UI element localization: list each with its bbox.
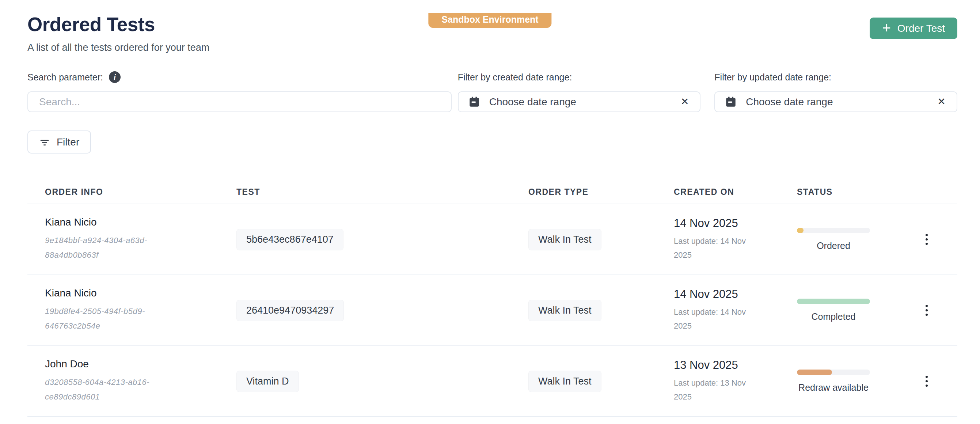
created-on-cell: 14 Nov 2025 Last update: 14 Nov 2025	[674, 217, 797, 262]
column-header-test: TEST	[236, 187, 528, 197]
order-info-cell: Kiana Nicio 19bd8fe4-2505-494f-b5d9-6467…	[45, 287, 236, 333]
created-date: 13 Nov 2025	[674, 359, 797, 372]
kebab-menu-button[interactable]	[923, 302, 931, 319]
clear-updated-date-icon[interactable]: ✕	[936, 96, 947, 108]
created-date-filter-group: Filter by created date range: Choose dat…	[458, 71, 701, 112]
created-date-range-value: Choose date range	[489, 96, 576, 108]
status-progress-bar	[797, 299, 870, 304]
filters-row: Search parameter: i Filter by created da…	[27, 71, 957, 112]
kebab-menu-button[interactable]	[923, 373, 931, 390]
filter-button[interactable]: Filter	[27, 131, 91, 153]
order-id: 19bd8fe4-2505-494f-b5d9-646763c2b54e	[45, 304, 165, 333]
page-title: Ordered Tests	[27, 13, 209, 35]
actions-cell	[907, 302, 957, 319]
filter-lines-icon	[39, 137, 50, 148]
sandbox-environment-badge: Sandbox Environment	[428, 13, 551, 28]
test-badge: Vitamin D	[236, 371, 299, 392]
created-date-label-row: Filter by created date range:	[458, 71, 701, 83]
kebab-menu-button[interactable]	[923, 231, 931, 248]
updated-date-range-input[interactable]: Choose date range ✕	[714, 91, 957, 112]
column-header-status: STATUS	[797, 187, 907, 197]
created-on-cell: 13 Nov 2025 Last update: 13 Nov 2025	[674, 359, 797, 404]
status-label: Redraw available	[799, 383, 869, 393]
column-header-order-type: ORDER TYPE	[528, 187, 674, 197]
filter-button-label: Filter	[57, 136, 79, 148]
calendar-icon	[725, 96, 737, 108]
plus-icon: +	[882, 21, 891, 35]
updated-date-filter-group: Filter by updated date range: Choose dat…	[714, 71, 957, 112]
actions-cell	[907, 373, 957, 390]
order-type-cell: Walk In Test	[528, 229, 674, 250]
created-date: 14 Nov 2025	[674, 217, 797, 230]
table-header-row: ORDER INFO TEST ORDER TYPE CREATED ON ST…	[27, 180, 957, 204]
last-update: Last update: 13 Nov 2025	[674, 376, 747, 404]
test-badge: 5b6e43ec867e4107	[236, 229, 344, 250]
status-progress-bar	[797, 228, 870, 233]
last-update: Last update: 14 Nov 2025	[674, 305, 747, 333]
clear-created-date-icon[interactable]: ✕	[679, 96, 690, 108]
calendar-icon	[468, 96, 480, 108]
search-filter-group: Search parameter: i	[27, 71, 452, 112]
created-date: 14 Nov 2025	[674, 288, 797, 301]
order-id: 9e184bbf-a924-4304-a63d-88a4db0b863f	[45, 233, 165, 263]
order-info-cell: Kiana Nicio 9e184bbf-a924-4304-a63d-88a4…	[45, 217, 236, 263]
search-label-row: Search parameter: i	[27, 71, 452, 83]
ordered-tests-table: ORDER INFO TEST ORDER TYPE CREATED ON ST…	[27, 180, 957, 417]
patient-name: Kiana Nicio	[45, 287, 236, 299]
test-badge: 26410e9470934297	[236, 300, 344, 321]
order-type-cell: Walk In Test	[528, 371, 674, 392]
created-date-filter-label: Filter by created date range:	[458, 72, 572, 83]
order-test-button[interactable]: + Order Test	[870, 18, 957, 39]
status-progress-bar	[797, 370, 870, 375]
created-date-range-input[interactable]: Choose date range ✕	[458, 91, 701, 112]
info-icon[interactable]: i	[109, 71, 121, 83]
patient-name: Kiana Nicio	[45, 217, 236, 228]
updated-date-filter-label: Filter by updated date range:	[714, 72, 831, 83]
ordered-tests-page: Sandbox Environment Ordered Tests A list…	[0, 13, 980, 417]
order-info-cell: John Doe d3208558-604a-4213-ab16-ce89dc8…	[45, 358, 236, 404]
status-label: Completed	[811, 311, 856, 322]
status-cell: Ordered	[797, 228, 907, 251]
column-header-created-on: CREATED ON	[674, 187, 797, 197]
order-test-button-label: Order Test	[897, 23, 945, 34]
order-type-cell: Walk In Test	[528, 300, 674, 321]
table-row: John Doe d3208558-604a-4213-ab16-ce89dc8…	[27, 346, 957, 417]
actions-cell	[907, 231, 957, 248]
created-on-cell: 14 Nov 2025 Last update: 14 Nov 2025	[674, 288, 797, 333]
order-type-badge: Walk In Test	[528, 371, 601, 392]
status-cell: Completed	[797, 299, 907, 322]
search-input[interactable]	[27, 91, 452, 112]
patient-name: John Doe	[45, 358, 236, 370]
table-row: Kiana Nicio 19bd8fe4-2505-494f-b5d9-6467…	[27, 275, 957, 346]
status-label: Ordered	[817, 241, 850, 251]
updated-date-label-row: Filter by updated date range:	[714, 71, 957, 83]
header-text-block: Ordered Tests A list of all the tests or…	[27, 13, 209, 53]
test-cell: 5b6e43ec867e4107	[236, 229, 528, 250]
test-cell: 26410e9470934297	[236, 300, 528, 321]
status-cell: Redraw available	[797, 370, 907, 393]
test-cell: Vitamin D	[236, 371, 528, 392]
page-subtitle: A list of all the tests ordered for your…	[27, 42, 209, 53]
last-update: Last update: 14 Nov 2025	[674, 234, 747, 262]
column-header-order-info: ORDER INFO	[45, 187, 236, 197]
search-parameter-label: Search parameter:	[27, 72, 103, 83]
table-row: Kiana Nicio 9e184bbf-a924-4304-a63d-88a4…	[27, 204, 957, 275]
order-type-badge: Walk In Test	[528, 229, 601, 250]
order-id: d3208558-604a-4213-ab16-ce89dc89d601	[45, 375, 165, 404]
order-type-badge: Walk In Test	[528, 300, 601, 321]
updated-date-range-value: Choose date range	[746, 96, 833, 108]
